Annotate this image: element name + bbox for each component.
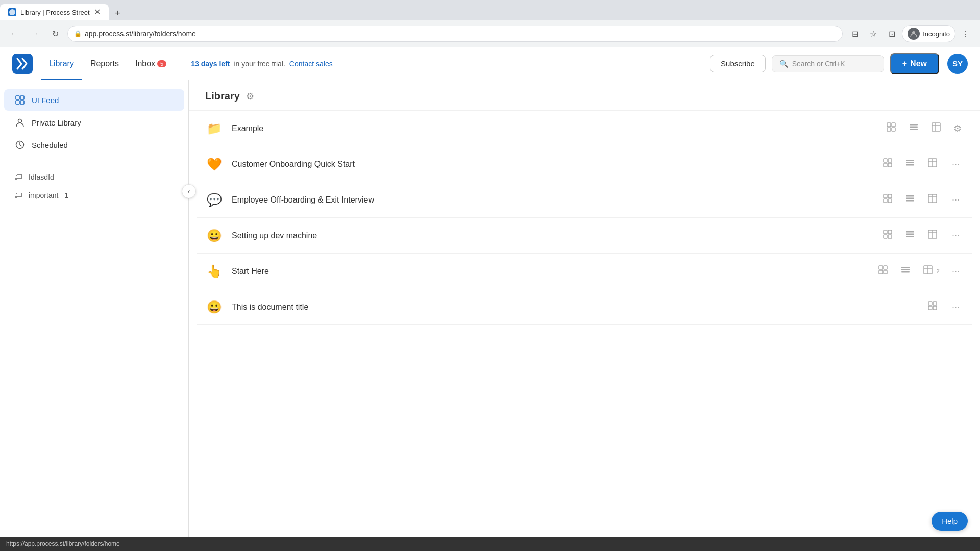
active-tab[interactable]: Library | Process Street ✕ xyxy=(0,4,109,20)
list-view-icon[interactable] xyxy=(903,156,917,172)
new-button[interactable]: + New xyxy=(890,53,939,74)
refresh-button[interactable]: ↻ xyxy=(47,26,63,42)
svg-rect-36 xyxy=(928,194,937,203)
sidebar: UI Feed Private Library xyxy=(0,80,189,551)
cast-icon[interactable]: ⊟ xyxy=(847,26,863,42)
reports-nav-link[interactable]: Reports xyxy=(82,47,127,80)
svg-rect-35 xyxy=(906,200,914,202)
forward-button[interactable]: → xyxy=(27,26,43,42)
list-view-icon[interactable] xyxy=(903,227,917,244)
svg-rect-56 xyxy=(924,266,932,274)
row-title[interactable]: Setting up dev machine xyxy=(232,231,872,240)
svg-rect-43 xyxy=(906,231,914,233)
svg-rect-11 xyxy=(887,128,891,131)
svg-rect-24 xyxy=(906,162,914,164)
row-emoji-icon: 😀 xyxy=(205,298,224,316)
user-avatar[interactable]: SY xyxy=(947,54,968,74)
library-nav-link[interactable]: Library xyxy=(41,47,82,80)
back-button[interactable]: ← xyxy=(6,26,22,42)
svg-rect-54 xyxy=(901,269,910,271)
table-row: 💬 Employee Off-boarding & Exit Interview… xyxy=(197,182,972,218)
logo[interactable] xyxy=(12,54,33,74)
sidebar-tag-fdfasdfd[interactable]: 🏷 fdfasdfd xyxy=(4,168,184,186)
row-settings-icon[interactable]: ⚙ xyxy=(951,121,964,136)
tab-close-button[interactable]: ✕ xyxy=(94,8,101,16)
svg-rect-62 xyxy=(933,306,937,310)
bookmark-icon[interactable]: ☆ xyxy=(865,26,881,42)
list-view-icon[interactable] xyxy=(903,191,917,208)
address-bar[interactable]: 🔒 app.process.st/library/folders/home xyxy=(67,26,843,42)
row-title[interactable]: Example xyxy=(232,124,876,133)
svg-rect-25 xyxy=(906,164,914,166)
board-view-icon[interactable] xyxy=(880,227,895,244)
url-text: app.process.st/library/folders/home xyxy=(85,30,196,38)
table-row: 😀 Setting up dev machine ··· xyxy=(197,218,972,254)
inbox-badge: 5 xyxy=(157,60,166,67)
row-actions: 2 ··· xyxy=(876,263,964,280)
table-row: 📁 Example ⚙ xyxy=(197,111,972,146)
table-view-icon[interactable] xyxy=(925,191,940,208)
table-view-icon[interactable] xyxy=(925,156,940,172)
row-title[interactable]: Customer Onboarding Quick Start xyxy=(232,160,872,169)
status-url: https://app.process.st/library/folders/h… xyxy=(6,540,120,547)
tab-favicon xyxy=(8,8,16,16)
row-more-button[interactable]: ··· xyxy=(948,228,964,243)
board-view-icon[interactable] xyxy=(876,263,890,280)
board-view-icon[interactable] xyxy=(884,120,898,137)
table-view-icon xyxy=(921,263,935,280)
library-settings-icon[interactable]: ⚙ xyxy=(246,91,254,102)
search-icon: 🔍 xyxy=(779,60,788,68)
incognito-button[interactable]: Incognito xyxy=(902,25,955,42)
table-view-icon[interactable] xyxy=(929,120,943,137)
sidebar-item-label: UI Feed xyxy=(32,96,59,105)
table-row: 😀 This is document title ··· xyxy=(197,289,972,325)
sidebar-toggle[interactable]: ⊡ xyxy=(884,26,900,42)
list-view-icon[interactable] xyxy=(906,120,921,137)
trial-text: in your free trial. xyxy=(234,60,285,68)
board-view-icon[interactable] xyxy=(880,191,895,208)
row-title[interactable]: This is document title xyxy=(232,303,917,312)
table-row: 👆 Start Here 2 xyxy=(197,254,972,289)
sidebar-item-ui-feed[interactable]: UI Feed xyxy=(4,89,184,111)
browser-chrome: Library | Process Street ✕ + ← → ↻ 🔒 app… xyxy=(0,0,980,47)
row-actions: ⚙ xyxy=(884,120,964,137)
sidebar-collapse-button[interactable]: ‹ xyxy=(182,184,196,198)
new-tab-button[interactable]: + xyxy=(111,6,125,20)
svg-rect-50 xyxy=(884,266,887,269)
subscribe-button[interactable]: Subscribe xyxy=(710,55,766,72)
contact-sales-link[interactable]: Contact sales xyxy=(289,60,333,68)
svg-rect-5 xyxy=(16,101,19,104)
row-more-button[interactable]: ··· xyxy=(948,299,964,314)
svg-rect-31 xyxy=(884,199,887,203)
incognito-label: Incognito xyxy=(923,30,950,38)
svg-rect-6 xyxy=(20,101,24,104)
row-more-button[interactable]: ··· xyxy=(948,192,964,207)
svg-rect-49 xyxy=(879,266,883,269)
row-more-button[interactable]: ··· xyxy=(948,157,964,171)
menu-button[interactable]: ⋮ xyxy=(958,26,974,42)
help-button[interactable]: Help xyxy=(932,512,968,531)
row-title[interactable]: Start Here xyxy=(232,267,868,276)
list-view-icon[interactable] xyxy=(898,263,913,280)
board-view-icon[interactable] xyxy=(925,298,940,315)
table-view-icon[interactable] xyxy=(925,227,940,244)
row-title[interactable]: Employee Off-boarding & Exit Interview xyxy=(232,195,872,205)
row-emoji-icon: 💬 xyxy=(205,191,224,209)
status-bar: https://app.process.st/library/folders/h… xyxy=(0,537,980,551)
svg-rect-2 xyxy=(12,54,33,74)
svg-rect-20 xyxy=(888,159,892,162)
nav-links: Library Reports Inbox 5 xyxy=(41,47,175,80)
inbox-nav-link[interactable]: Inbox 5 xyxy=(127,47,175,80)
table-badge: 2 xyxy=(936,268,940,275)
important-tag-badge: 1 xyxy=(64,191,68,199)
tag-label: important xyxy=(29,191,58,199)
svg-rect-41 xyxy=(884,235,887,238)
sidebar-tag-important[interactable]: 🏷 important 1 xyxy=(4,187,184,204)
table-view-with-badge[interactable]: 2 xyxy=(921,263,940,280)
sidebar-item-scheduled[interactable]: Scheduled xyxy=(4,134,184,156)
row-more-button[interactable]: ··· xyxy=(948,264,964,279)
board-view-icon[interactable] xyxy=(880,156,895,172)
search-box[interactable]: 🔍 Search or Ctrl+K xyxy=(772,55,884,72)
sidebar-item-private-library[interactable]: Private Library xyxy=(4,112,184,133)
search-placeholder: Search or Ctrl+K xyxy=(792,60,845,68)
